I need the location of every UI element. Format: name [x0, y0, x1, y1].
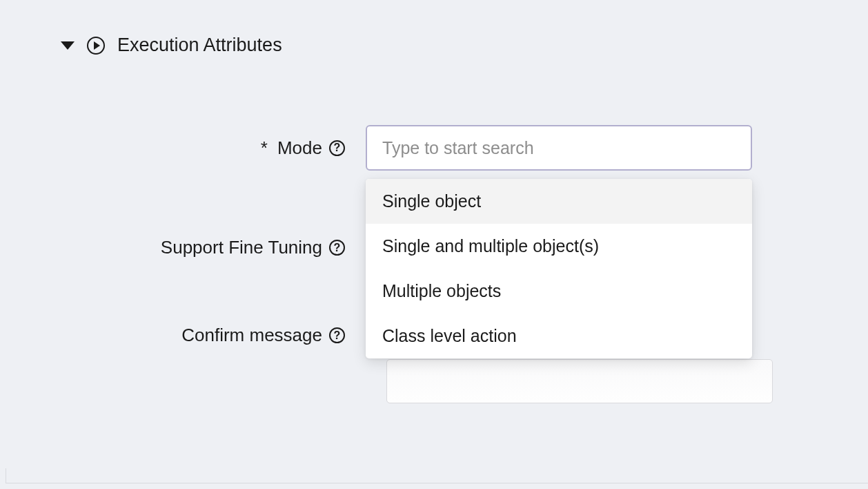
confirm-message-label-group: Confirm message ?	[0, 325, 366, 346]
panel-border-left	[6, 468, 6, 483]
support-fine-tuning-label-group: Support Fine Tuning ?	[0, 237, 366, 258]
help-icon[interactable]: ?	[329, 327, 345, 343]
collapse-toggle-icon[interactable]	[61, 41, 75, 50]
required-asterisk: *	[261, 137, 268, 159]
section-header: Execution Attributes	[0, 35, 868, 56]
mode-dropdown: Single object Single and multiple object…	[366, 179, 752, 358]
mode-search-input[interactable]	[366, 125, 752, 171]
play-circle-icon[interactable]	[87, 37, 105, 55]
help-icon[interactable]: ?	[329, 140, 345, 156]
help-icon[interactable]: ?	[329, 240, 345, 256]
form-row-mode: * Mode ? Single object Single and multip…	[0, 125, 868, 171]
dropdown-option-class-level[interactable]: Class level action	[366, 314, 752, 358]
dropdown-option-single-object[interactable]: Single object	[366, 179, 752, 224]
mode-label: Mode	[277, 137, 322, 159]
mode-label-group: * Mode ?	[0, 137, 366, 159]
section-title: Execution Attributes	[117, 35, 282, 56]
dropdown-option-single-multiple[interactable]: Single and multiple object(s)	[366, 224, 752, 269]
panel-border-bottom	[6, 483, 868, 483]
confirm-message-panel	[386, 359, 773, 403]
confirm-message-label: Confirm message	[181, 325, 322, 346]
support-fine-tuning-label: Support Fine Tuning	[161, 237, 322, 258]
dropdown-option-multiple[interactable]: Multiple objects	[366, 269, 752, 314]
